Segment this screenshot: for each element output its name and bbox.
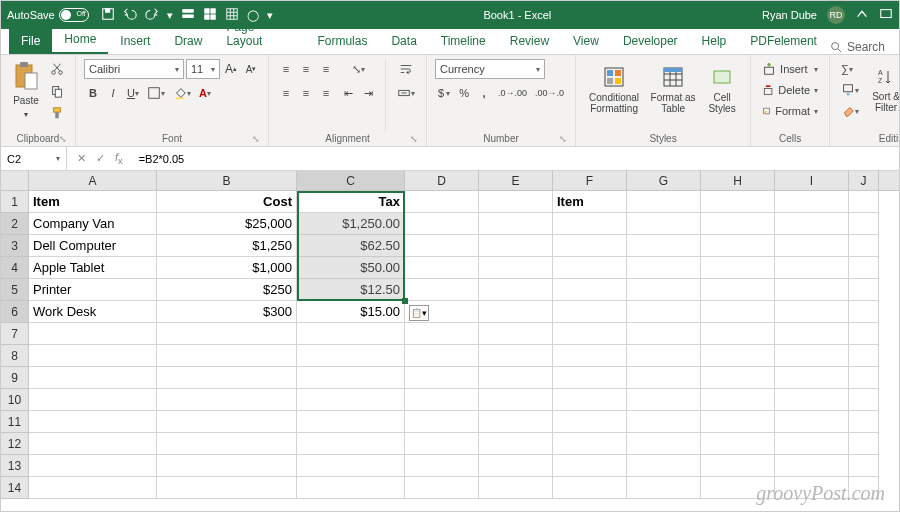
cell[interactable] [405,477,479,499]
cell-styles-button[interactable]: Cell Styles [702,59,742,121]
cell[interactable] [479,389,553,411]
autosave-pill[interactable]: Off [59,8,89,22]
qat-icon[interactable] [181,7,195,23]
cell[interactable] [775,191,849,213]
cell[interactable] [553,411,627,433]
copy-button[interactable] [47,81,67,101]
align-center-button[interactable]: ≡ [297,83,315,103]
column-header[interactable]: I [775,171,849,190]
cancel-formula-icon[interactable]: ✕ [77,152,86,165]
cell[interactable] [405,257,479,279]
formula-input[interactable]: =B2*0.05 [133,153,899,165]
row-header[interactable]: 6 [1,301,29,323]
cell[interactable] [849,213,879,235]
align-left-button[interactable]: ≡ [277,83,295,103]
tab-view[interactable]: View [561,29,611,54]
cell[interactable] [627,301,701,323]
cell[interactable]: $15.00 [297,301,405,323]
enter-formula-icon[interactable]: ✓ [96,152,105,165]
cell[interactable] [157,345,297,367]
cell[interactable] [297,433,405,455]
cell[interactable] [479,367,553,389]
tab-page-layout[interactable]: Page Layout [214,15,305,54]
align-middle-button[interactable]: ≡ [297,59,315,79]
cell[interactable] [627,191,701,213]
cell[interactable] [849,279,879,301]
cell[interactable] [405,367,479,389]
cell[interactable]: Item [29,191,157,213]
cell[interactable] [297,455,405,477]
cell[interactable] [701,389,775,411]
tab-draw[interactable]: Draw [162,29,214,54]
tab-home[interactable]: Home [52,27,108,54]
cell[interactable] [775,213,849,235]
cell[interactable] [775,257,849,279]
cell[interactable] [775,279,849,301]
tab-formulas[interactable]: Formulas [305,29,379,54]
cell[interactable] [405,323,479,345]
column-header[interactable]: A [29,171,157,190]
cell[interactable] [479,191,553,213]
cell[interactable] [775,301,849,323]
tab-insert[interactable]: Insert [108,29,162,54]
conditional-formatting-button[interactable]: Conditional Formatting [584,59,644,121]
cell[interactable] [849,323,879,345]
cell[interactable] [701,367,775,389]
bold-button[interactable]: B [84,83,102,103]
cell[interactable] [157,367,297,389]
cell[interactable] [849,389,879,411]
paste-options-button[interactable]: 📋▾ [409,305,429,321]
cell[interactable] [479,213,553,235]
cell[interactable] [405,191,479,213]
cell[interactable] [849,345,879,367]
cell[interactable] [701,279,775,301]
window-icon[interactable] [879,7,893,23]
font-color-button[interactable]: A▾ [196,83,214,103]
cell[interactable] [627,367,701,389]
cell[interactable] [775,455,849,477]
name-box[interactable]: C2▾ [1,147,67,170]
cell[interactable] [479,345,553,367]
cell[interactable]: $1,250.00 [297,213,405,235]
row-header[interactable]: 1 [1,191,29,213]
column-header[interactable]: E [479,171,553,190]
cell[interactable] [479,279,553,301]
cell[interactable] [405,411,479,433]
select-all-corner[interactable] [1,171,29,190]
cell[interactable]: $250 [157,279,297,301]
row-header[interactable]: 10 [1,389,29,411]
comma-button[interactable]: , [475,83,493,103]
cell[interactable] [849,455,879,477]
decrease-indent-button[interactable]: ⇤ [339,83,357,103]
sort-filter-button[interactable]: AZ Sort & Filter [866,59,900,121]
paste-button[interactable]: Paste ▾ [9,59,43,121]
cell[interactable] [627,235,701,257]
cell[interactable]: Company Van [29,213,157,235]
undo-icon[interactable] [123,7,137,23]
cell[interactable] [775,235,849,257]
column-header[interactable]: D [405,171,479,190]
dialog-launcher-icon[interactable]: ⤡ [559,134,567,144]
cell[interactable] [479,477,553,499]
save-icon[interactable] [101,7,115,23]
cell[interactable] [553,477,627,499]
autosave-toggle[interactable]: AutoSave Off [7,8,89,22]
cell[interactable] [29,411,157,433]
cell[interactable] [405,279,479,301]
font-size-combo[interactable]: 11▾ [186,59,220,79]
column-header[interactable]: C [297,171,405,190]
cell[interactable]: Dell Computer [29,235,157,257]
row-header[interactable]: 14 [1,477,29,499]
cell[interactable] [479,323,553,345]
cell[interactable] [157,323,297,345]
cell[interactable]: Work Desk [29,301,157,323]
cell[interactable] [627,213,701,235]
underline-button[interactable]: U ▾ [124,83,142,103]
increase-indent-button[interactable]: ⇥ [359,83,377,103]
column-header[interactable]: G [627,171,701,190]
cell[interactable] [553,455,627,477]
cell[interactable] [297,389,405,411]
fill-button[interactable]: ▾ [838,80,862,100]
cell[interactable]: $300 [157,301,297,323]
cell[interactable] [849,235,879,257]
